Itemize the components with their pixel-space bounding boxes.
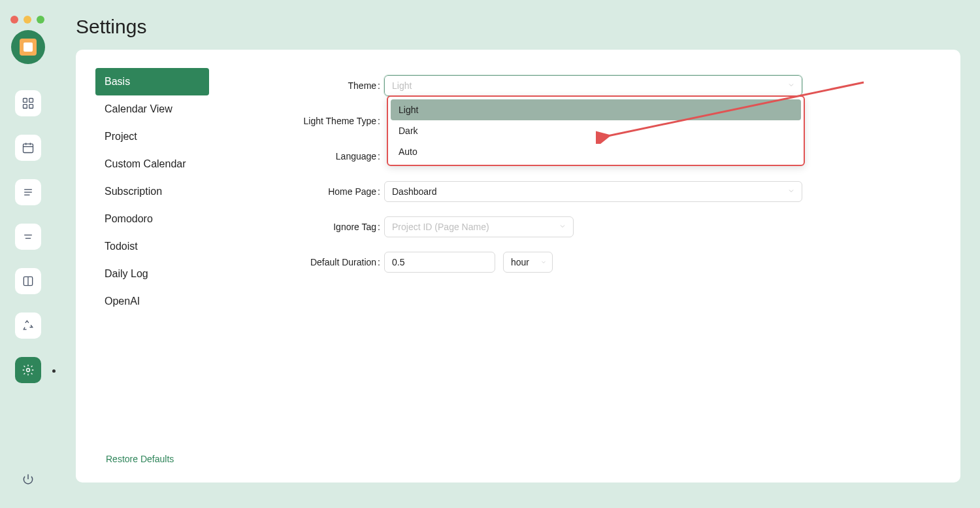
row-home-page: Home Page Dashboard — [298, 174, 814, 209]
minimize-window-icon[interactable] — [24, 16, 31, 24]
theme-dropdown: Light Dark Auto — [387, 95, 805, 166]
tab-basis[interactable]: Basis — [95, 68, 209, 95]
list-icon — [22, 186, 35, 199]
chevron-down-icon — [787, 80, 795, 91]
theme-option-auto[interactable]: Auto — [391, 141, 801, 162]
maximize-window-icon[interactable] — [37, 16, 44, 24]
home-page-select[interactable]: Dashboard — [384, 181, 802, 202]
chevron-down-icon — [787, 186, 795, 197]
columns-icon — [22, 275, 35, 288]
svg-rect-0 — [24, 99, 27, 103]
light-theme-type-label: Light Theme Type — [298, 116, 384, 126]
page-title: Settings — [76, 16, 960, 38]
language-label: Language — [298, 151, 384, 161]
tab-project[interactable]: Project — [95, 123, 209, 150]
theme-select-value: Light — [392, 80, 412, 91]
nav-filter[interactable] — [15, 224, 41, 250]
close-window-icon[interactable] — [10, 16, 18, 24]
calendar-icon — [20, 39, 37, 56]
nav-list[interactable] — [15, 179, 41, 205]
duration-unit-value: hour — [511, 257, 529, 267]
tab-pomodoro[interactable]: Pomodoro — [95, 205, 209, 233]
main-content: Settings Basis Calendar View Project Cus… — [56, 0, 980, 508]
default-duration-label: Default Duration — [298, 257, 384, 267]
theme-option-dark[interactable]: Dark — [391, 120, 801, 141]
app-logo — [11, 30, 45, 64]
nav-settings[interactable] — [15, 357, 41, 383]
nav-recycle[interactable] — [15, 313, 41, 339]
nav-dashboard[interactable] — [15, 90, 41, 116]
grid-icon — [22, 97, 35, 110]
nav-indicator-dot — [52, 369, 56, 373]
chevron-down-icon — [559, 222, 566, 232]
settings-card: Basis Calendar View Project Custom Calen… — [76, 50, 960, 483]
home-page-value: Dashboard — [392, 186, 437, 197]
ignore-tag-label: Ignore Tag — [298, 222, 384, 232]
gear-icon — [22, 364, 35, 377]
power-icon — [22, 473, 35, 486]
calendar-icon — [22, 141, 35, 154]
tab-daily-log[interactable]: Daily Log — [95, 260, 209, 288]
slider-icon — [22, 230, 35, 243]
tab-custom-calendar[interactable]: Custom Calendar — [95, 150, 209, 178]
svg-rect-1 — [29, 99, 33, 103]
power-button[interactable] — [15, 466, 41, 492]
settings-tabs: Basis Calendar View Project Custom Calen… — [95, 68, 209, 315]
tab-subscription[interactable]: Subscription — [95, 178, 209, 205]
theme-select[interactable]: Light — [384, 75, 802, 96]
tab-openai[interactable]: OpenAI — [95, 288, 209, 315]
home-page-label: Home Page — [298, 186, 384, 197]
restore-defaults-link[interactable]: Restore Defaults — [106, 454, 174, 464]
row-ignore-tag: Ignore Tag Project ID (Page Name) — [298, 209, 814, 245]
svg-rect-4 — [24, 144, 33, 152]
recycle-icon — [22, 319, 35, 332]
tab-calendar-view[interactable]: Calendar View — [95, 95, 209, 123]
row-default-duration: Default Duration 0.5 hour — [298, 245, 814, 280]
ignore-tag-select[interactable]: Project ID (Page Name) — [384, 216, 574, 237]
nav-calendar[interactable] — [15, 135, 41, 161]
svg-rect-2 — [24, 105, 27, 109]
default-duration-unit-select[interactable]: hour — [503, 252, 553, 273]
nav-columns[interactable] — [15, 268, 41, 294]
tab-todoist[interactable]: Todoist — [95, 233, 209, 260]
app-sidebar — [0, 0, 56, 508]
chevron-down-icon — [540, 257, 547, 267]
theme-option-light[interactable]: Light — [391, 99, 801, 120]
theme-label: Theme — [298, 80, 384, 91]
svg-rect-3 — [29, 105, 33, 109]
svg-point-15 — [27, 369, 30, 372]
ignore-tag-placeholder: Project ID (Page Name) — [392, 222, 489, 232]
default-duration-input[interactable]: 0.5 — [384, 252, 495, 273]
window-traffic-lights[interactable] — [10, 16, 44, 24]
